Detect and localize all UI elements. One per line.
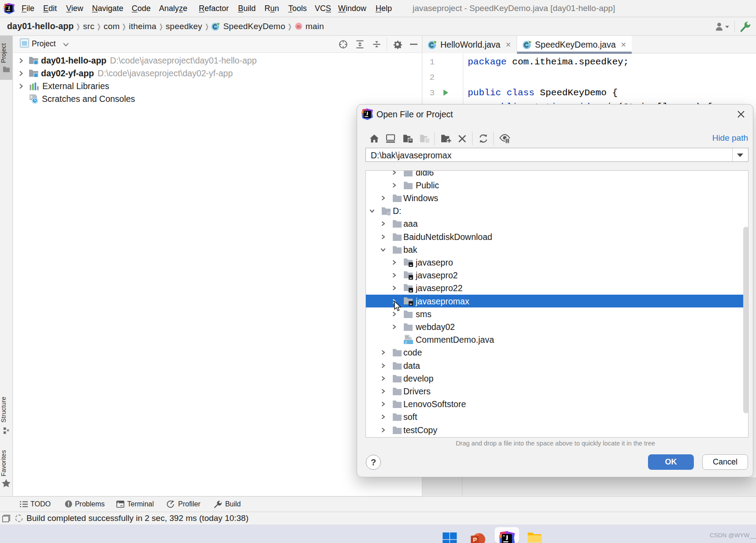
svg-text:J: J [405, 340, 407, 345]
svg-text:P: P [473, 536, 477, 543]
svg-text:m: m [297, 24, 301, 29]
